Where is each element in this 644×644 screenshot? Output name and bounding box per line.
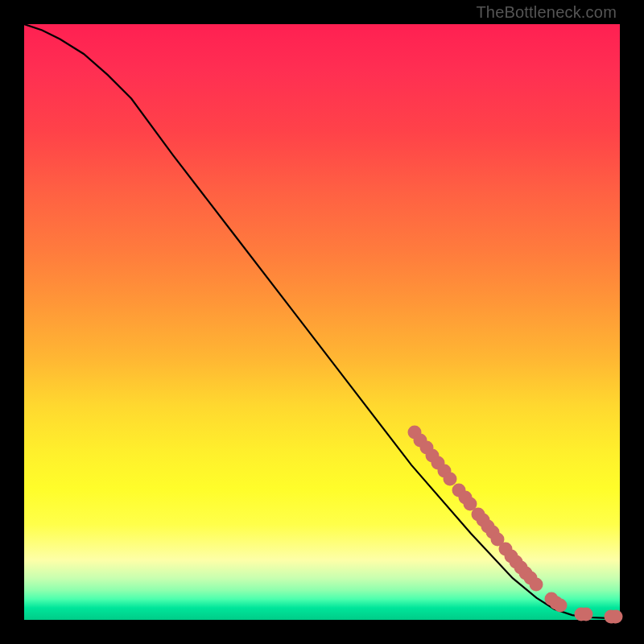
data-point [609, 610, 622, 624]
curve-line [24, 24, 620, 618]
data-point [530, 578, 543, 592]
data-point [554, 599, 568, 613]
data-point [579, 608, 592, 621]
watermark-text: TheBottleneck.com [476, 3, 617, 22]
curve-svg [24, 24, 620, 620]
plot-area [24, 24, 620, 620]
